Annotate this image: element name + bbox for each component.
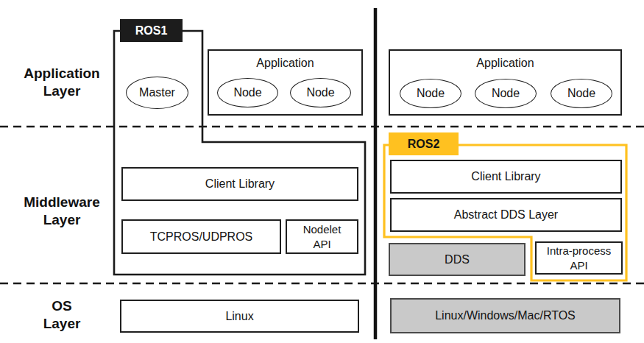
os-layer-label: OS Layer bbox=[3, 297, 121, 333]
ros2-tag: ROS2 bbox=[389, 132, 459, 155]
ros2-dds-box: DDS bbox=[389, 243, 526, 276]
ros1-os-linux-box: Linux bbox=[120, 300, 359, 333]
ros1-node-ellipse: Node bbox=[290, 78, 351, 107]
ros2-node-ellipse: Node bbox=[475, 79, 537, 108]
application-layer-label: Application Layer bbox=[3, 65, 121, 100]
ros2-os-box: Linux/Windows/Mac/RTOS bbox=[390, 298, 620, 333]
ros1-master-ellipse: Master bbox=[126, 77, 188, 109]
ros2-intra-process-api-box: Intra-process API bbox=[535, 241, 623, 275]
ros-architecture-diagram: Application Layer Middleware Layer OS La… bbox=[0, 0, 644, 343]
ros1-application-title: Application bbox=[209, 51, 361, 71]
middleware-layer-label: Middleware Layer bbox=[3, 194, 121, 229]
ros1-client-library-box: Client Library bbox=[121, 167, 358, 201]
ros2-abstract-dds-layer-box: Abstract DDS Layer bbox=[390, 198, 622, 232]
ros1-node-ellipse: Node bbox=[217, 78, 278, 107]
ros2-application-title: Application bbox=[390, 51, 620, 71]
ros1-nodelet-api-box: Nodelet API bbox=[286, 219, 358, 254]
ros2-node-ellipse: Node bbox=[551, 79, 612, 108]
ros2-node-ellipse: Node bbox=[400, 79, 461, 108]
ros1-tag: ROS1 bbox=[120, 19, 183, 42]
ros2-client-library-box: Client Library bbox=[390, 160, 622, 194]
ros1-tcpros-udpros-box: TCPROS/UDPROS bbox=[121, 219, 281, 254]
